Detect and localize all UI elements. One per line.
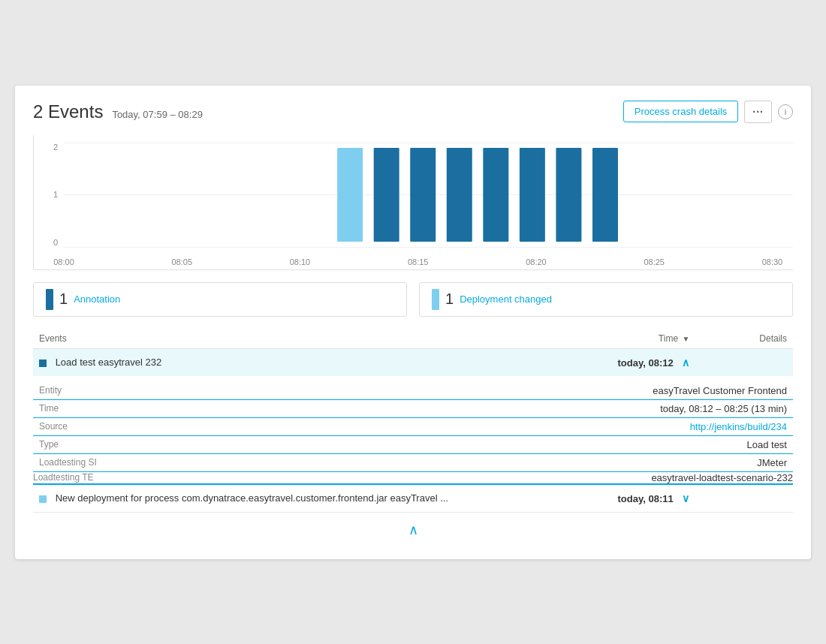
x-label-0805: 08:05 bbox=[171, 257, 192, 266]
annotation-label-1: Deployment changed bbox=[460, 293, 552, 305]
event-row-1[interactable]: New deployment for process com.dynatrace… bbox=[33, 484, 793, 513]
svg-rect-7 bbox=[592, 147, 618, 241]
event-time-0: today, 08:12 ∧ bbox=[489, 348, 695, 376]
x-label-0825: 08:25 bbox=[644, 257, 665, 266]
col-events: Events bbox=[33, 329, 489, 349]
chevron-down-icon-1: ∨ bbox=[682, 492, 689, 504]
chart-container: 2 1 0 08:00 08:05 08:10 08:15 08 bbox=[33, 135, 793, 270]
detail-label-entity: Entity bbox=[33, 382, 489, 400]
annotation-badge-0[interactable]: 1 Annotation bbox=[33, 282, 407, 317]
annotation-label-0: Annotation bbox=[74, 293, 120, 305]
detail-value-te: easytravel-loadtest-scenario-232 bbox=[489, 471, 793, 484]
col-time-header[interactable]: Time ▼ bbox=[489, 329, 695, 349]
svg-rect-5 bbox=[520, 147, 545, 241]
details-spacer bbox=[33, 376, 793, 382]
svg-rect-4 bbox=[483, 147, 508, 241]
collapse-button[interactable]: ∧ bbox=[33, 513, 793, 541]
event-name-cell-0: Load test easytravel 232 bbox=[33, 348, 489, 376]
more-options-button[interactable]: ··· bbox=[744, 101, 772, 123]
svg-rect-0 bbox=[337, 147, 363, 241]
svg-rect-2 bbox=[410, 147, 436, 241]
annotation-count-0: 1 bbox=[59, 290, 68, 308]
header: 2 Events Today, 07:59 – 08:29 Process cr… bbox=[33, 101, 793, 123]
event-row-0[interactable]: Load test easytravel 232 today, 08:12 ∧ bbox=[33, 348, 793, 376]
events-table: Events Time ▼ Details Load test easytrav… bbox=[33, 329, 793, 513]
svg-rect-3 bbox=[447, 147, 472, 241]
header-right: Process crash details ··· i bbox=[623, 101, 793, 123]
process-crash-details-button[interactable]: Process crash details bbox=[623, 101, 739, 122]
annotation-count-1: 1 bbox=[445, 290, 454, 308]
detail-label-si: Loadtesting SI bbox=[33, 453, 489, 471]
detail-value-time: today, 08:12 – 08:25 (13 min) bbox=[489, 399, 793, 417]
detail-row-entity: Entity easyTravel Customer Frontend bbox=[33, 382, 793, 400]
header-left: 2 Events Today, 07:59 – 08:29 bbox=[33, 101, 203, 122]
annotations-row: 1 Annotation 1 Deployment changed bbox=[33, 282, 793, 317]
header-time-range: Today, 07:59 – 08:29 bbox=[112, 109, 202, 120]
info-icon[interactable]: i bbox=[778, 104, 793, 119]
main-card: 2 Events Today, 07:59 – 08:29 Process cr… bbox=[15, 86, 811, 559]
detail-value-si: JMeter bbox=[489, 453, 793, 471]
x-label-0800: 08:00 bbox=[53, 257, 74, 266]
svg-rect-6 bbox=[556, 147, 581, 241]
chart-svg bbox=[64, 143, 793, 247]
detail-label-time: Time bbox=[33, 399, 489, 417]
detail-label-te: Loadtesting TE bbox=[33, 471, 489, 484]
detail-row-te: Loadtesting TE easytravel-loadtest-scena… bbox=[33, 471, 793, 484]
x-label-0815: 08:15 bbox=[408, 257, 429, 266]
y-label-2: 2 bbox=[34, 143, 62, 152]
deployment-color-block bbox=[432, 289, 439, 310]
annotation-badge-1[interactable]: 1 Deployment changed bbox=[419, 282, 793, 317]
event-name-1: New deployment for process com.dynatrace… bbox=[56, 492, 448, 504]
detail-value-entity: easyTravel Customer Frontend bbox=[489, 382, 793, 400]
chevron-up-icon-0: ∧ bbox=[682, 357, 689, 369]
detail-row-type: Type Load test bbox=[33, 435, 793, 453]
event-square-icon-0 bbox=[39, 360, 47, 367]
events-count: 2 Events bbox=[33, 101, 103, 122]
x-label-0820: 08:20 bbox=[526, 257, 547, 266]
collapse-icon: ∧ bbox=[408, 522, 418, 537]
event-square-icon-1 bbox=[39, 495, 47, 503]
detail-value-source: http://jenkins/build/234 bbox=[489, 417, 793, 435]
event-name-0: Load test easytravel 232 bbox=[56, 357, 162, 368]
col-details: Details bbox=[695, 329, 793, 349]
detail-label-type: Type bbox=[33, 435, 489, 453]
chart-y-labels: 2 1 0 bbox=[34, 135, 62, 269]
detail-row-source: Source http://jenkins/build/234 bbox=[33, 417, 793, 435]
detail-row-si: Loadtesting SI JMeter bbox=[33, 453, 793, 471]
detail-value-type: Load test bbox=[489, 435, 793, 453]
x-label-0810: 08:10 bbox=[290, 257, 311, 266]
sort-arrow-icon: ▼ bbox=[682, 335, 689, 343]
annotation-color-block bbox=[46, 289, 53, 310]
y-label-0: 0 bbox=[34, 238, 62, 247]
svg-rect-1 bbox=[374, 147, 399, 241]
detail-row-time: Time today, 08:12 – 08:25 (13 min) bbox=[33, 399, 793, 417]
chart-x-labels: 08:00 08:05 08:10 08:15 08:20 08:25 08:3… bbox=[64, 257, 793, 266]
grid-line-bottom bbox=[64, 247, 793, 248]
table-header-row: Events Time ▼ Details bbox=[33, 329, 793, 349]
event-name-cell-1: New deployment for process com.dynatrace… bbox=[33, 484, 489, 513]
x-label-0830: 08:30 bbox=[762, 257, 783, 266]
source-link[interactable]: http://jenkins/build/234 bbox=[690, 421, 787, 432]
y-label-1: 1 bbox=[34, 190, 62, 199]
event-time-1: today, 08:11 ∨ bbox=[489, 484, 695, 513]
detail-label-source: Source bbox=[33, 417, 489, 435]
